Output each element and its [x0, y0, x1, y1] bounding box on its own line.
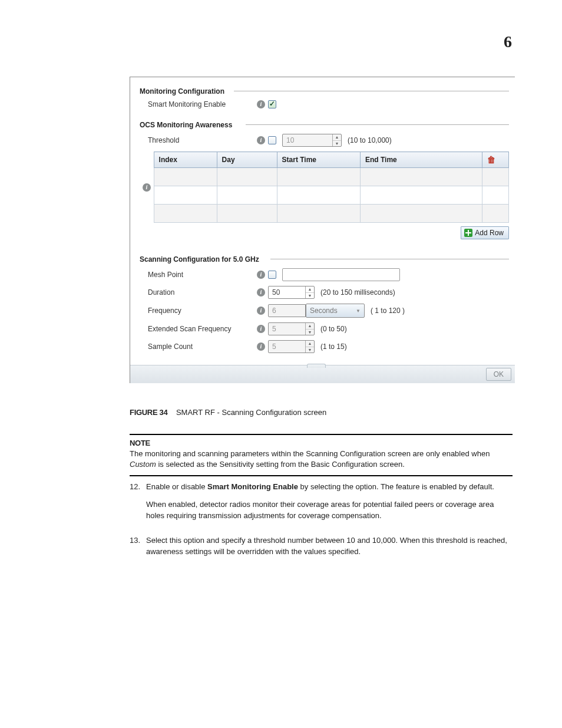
ocs-awareness-section: OCS Monitoring Awareness Threshold i 10 …	[140, 120, 509, 250]
trash-icon: 🗑	[487, 155, 495, 164]
spinner-down-icon[interactable]: ▼	[306, 329, 314, 335]
sample-count-spinner[interactable]: 5 ▲▼	[268, 340, 315, 353]
ext-scan-spinner[interactable]: 5 ▲▼	[268, 322, 315, 335]
frequency-unit-select[interactable]: Seconds ▼	[306, 304, 365, 318]
note-block: NOTE The monitoring and scanning paramet…	[130, 434, 513, 476]
col-end-time[interactable]: End Time	[361, 152, 482, 168]
info-icon[interactable]: i	[257, 271, 265, 279]
table-row[interactable]	[154, 168, 508, 186]
scan-5ghz-section: Scanning Configuration for 5.0 GHz Mesh …	[140, 255, 509, 360]
duration-spinner[interactable]: 50 ▲▼	[268, 286, 315, 299]
note-heading: NOTE	[130, 438, 513, 449]
threshold-spinner[interactable]: 10 ▲▼	[282, 134, 342, 147]
section-legend: Scanning Configuration for 5.0 GHz	[140, 255, 263, 263]
threshold-hint: (10 to 10,000)	[348, 136, 392, 144]
monitoring-config-section: Monitoring Configuration Smart Monitorin…	[140, 87, 509, 116]
table-row[interactable]	[154, 205, 508, 223]
list-item: 13. Select this option and specify a thr…	[130, 535, 513, 564]
list-item: 12. Enable or disable Smart Monitoring E…	[130, 481, 513, 528]
mesh-point-checkbox[interactable]	[268, 271, 276, 279]
table-row[interactable]	[154, 186, 508, 205]
duration-label: Duration	[148, 288, 254, 297]
add-row-button[interactable]: Add Row	[461, 226, 509, 239]
info-icon[interactable]: i	[257, 136, 265, 144]
resize-handle-icon[interactable]	[307, 364, 326, 368]
spinner-down-icon[interactable]: ▼	[306, 292, 314, 299]
col-delete[interactable]: 🗑	[482, 152, 509, 168]
info-icon[interactable]: i	[257, 342, 265, 351]
spinner-up-icon[interactable]: ▲	[306, 323, 314, 329]
mesh-point-input[interactable]	[282, 268, 400, 281]
spinner-down-icon[interactable]: ▼	[333, 140, 341, 147]
ext-scan-label: Extended Scan Frequency	[148, 325, 254, 333]
sample-count-hint: (1 to 15)	[320, 342, 347, 351]
plus-icon	[464, 229, 472, 237]
info-icon[interactable]: i	[257, 288, 265, 297]
mesh-point-label: Mesh Point	[148, 271, 254, 279]
instruction-list: 12. Enable or disable Smart Monitoring E…	[130, 481, 513, 571]
footer-bar: OK	[130, 365, 515, 383]
frequency-spinner[interactable]: 6	[268, 304, 306, 317]
threshold-checkbox[interactable]	[268, 136, 276, 144]
chevron-down-icon: ▼	[356, 308, 361, 314]
col-day[interactable]: Day	[217, 152, 277, 168]
section-legend: OCS Monitoring Awareness	[140, 121, 236, 129]
note-body: The monitoring and scanning parameters w…	[130, 449, 513, 470]
page-number: 6	[504, 32, 512, 51]
awareness-table: Index Day Start Time End Time 🗑	[154, 151, 509, 223]
ok-button[interactable]: OK	[486, 368, 511, 381]
section-legend: Monitoring Configuration	[140, 87, 228, 95]
spinner-up-icon[interactable]: ▲	[333, 134, 341, 140]
info-icon[interactable]: i	[257, 100, 265, 108]
duration-hint: (20 to 150 milliseconds)	[320, 288, 395, 297]
smart-monitoring-label: Smart Monitoring Enable	[148, 100, 254, 108]
col-start-time[interactable]: Start Time	[277, 152, 360, 168]
spinner-up-icon[interactable]: ▲	[306, 341, 314, 347]
spinner-down-icon[interactable]: ▼	[306, 347, 314, 353]
threshold-label: Threshold	[148, 136, 254, 144]
figure-caption: FIGURE 34 SMART RF - Scanning Configurat…	[130, 408, 326, 417]
frequency-label: Frequency	[148, 307, 254, 315]
frequency-hint: ( 1 to 120 )	[371, 307, 405, 315]
ext-scan-hint: (0 to 50)	[320, 325, 347, 333]
info-icon[interactable]: i	[143, 183, 151, 192]
sample-count-label: Sample Count	[148, 342, 254, 351]
info-icon[interactable]: i	[257, 307, 265, 315]
col-index[interactable]: Index	[154, 152, 217, 168]
smart-monitoring-checkbox[interactable]	[268, 100, 276, 108]
info-icon[interactable]: i	[257, 325, 265, 333]
screenshot-panel: Monitoring Configuration Smart Monitorin…	[130, 77, 515, 383]
spinner-up-icon[interactable]: ▲	[306, 286, 314, 292]
